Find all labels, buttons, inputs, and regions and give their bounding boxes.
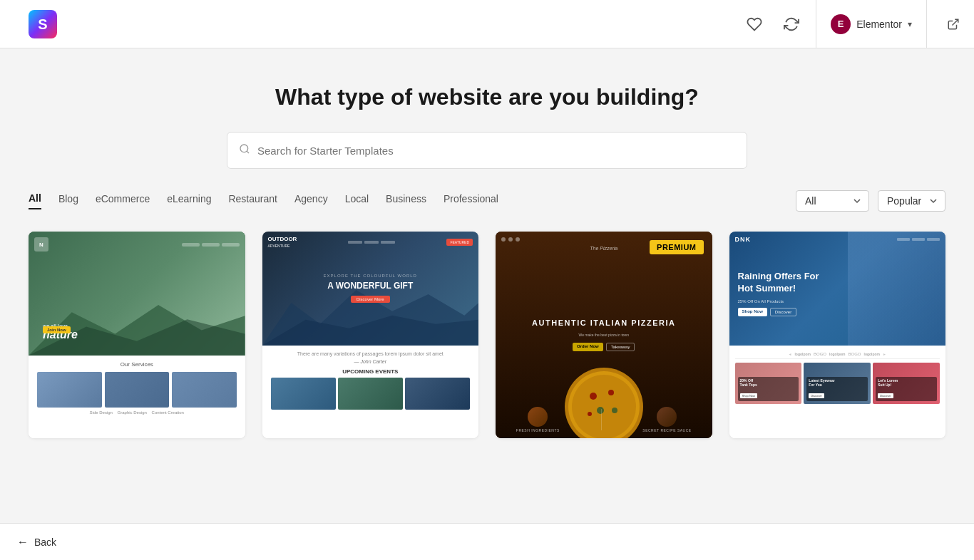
back-arrow-icon: ← bbox=[17, 536, 29, 549]
svg-line-4 bbox=[247, 151, 249, 153]
logo-icon: S bbox=[29, 10, 57, 38]
type-filter-select[interactable]: All Free Premium bbox=[796, 190, 869, 212]
filter-row: All Blog eCommerce eLearning Restaurant … bbox=[29, 190, 945, 212]
external-link-button[interactable] bbox=[947, 18, 960, 31]
svg-point-15 bbox=[608, 390, 614, 395]
tab-professional[interactable]: Professional bbox=[444, 193, 498, 209]
elementor-chevron-icon: ▾ bbox=[908, 19, 912, 29]
card-nature-bottom: Our Services Side Design Graphic Design … bbox=[29, 356, 245, 438]
refresh-button[interactable] bbox=[779, 11, 804, 37]
tab-ecommerce[interactable]: eCommerce bbox=[96, 193, 150, 209]
tab-local[interactable]: Local bbox=[345, 193, 369, 209]
back-label: Back bbox=[34, 536, 56, 548]
svg-point-3 bbox=[240, 145, 248, 152]
template-card-outdoor[interactable]: OUTDOORADVENTURE FEATURED Explore The Co… bbox=[262, 232, 479, 438]
header-actions: E Elementor ▾ bbox=[742, 0, 960, 48]
back-button[interactable]: ← Back bbox=[17, 536, 56, 549]
svg-line-2 bbox=[953, 19, 958, 25]
tab-restaurant[interactable]: Restaurant bbox=[228, 193, 277, 209]
template-card-nature[interactable]: N we all love nature bbox=[29, 232, 245, 438]
elementor-label: Elementor bbox=[856, 19, 902, 30]
template-card-dnk[interactable]: DNK Raining Offers ForHot Summer! 25% Of… bbox=[729, 232, 946, 438]
svg-text:S: S bbox=[38, 16, 47, 32]
filter-dropdowns: All Free Premium Popular Newest Oldest bbox=[796, 190, 945, 212]
search-icon bbox=[239, 143, 250, 157]
search-box bbox=[227, 132, 747, 169]
tab-business[interactable]: Business bbox=[386, 193, 426, 209]
header: S E Elementor ▾ bbox=[0, 0, 974, 48]
template-grid: N we all love nature bbox=[29, 232, 945, 438]
svg-point-14 bbox=[590, 393, 597, 400]
elementor-menu[interactable]: E Elementor ▾ bbox=[816, 0, 927, 48]
card-outdoor-preview: OUTDOORADVENTURE FEATURED Explore The Co… bbox=[262, 232, 479, 346]
search-input[interactable] bbox=[257, 145, 735, 157]
tab-blog[interactable]: Blog bbox=[58, 193, 78, 209]
tab-all[interactable]: All bbox=[29, 192, 41, 209]
favorites-button[interactable] bbox=[742, 11, 767, 37]
page-title: What type of website are you building? bbox=[29, 84, 945, 110]
tab-agency[interactable]: Agency bbox=[294, 193, 328, 209]
filter-tabs: All Blog eCommerce eLearning Restaurant … bbox=[29, 192, 796, 209]
search-wrapper bbox=[227, 132, 747, 169]
sort-filter-select[interactable]: Popular Newest Oldest bbox=[878, 190, 945, 212]
card-nature-preview: N we all love nature bbox=[29, 232, 245, 356]
card-outdoor-bottom: There are many variations of passages lo… bbox=[262, 346, 479, 439]
main-content: What type of website are you building? A… bbox=[0, 48, 974, 523]
bottom-bar: ← Back bbox=[0, 523, 974, 560]
logo-area: S bbox=[14, 10, 71, 38]
template-card-pizza[interactable]: The Pizzeria AUTHENTIC ITALIAN PIZZERIA … bbox=[496, 232, 712, 438]
card-dnk-bottom: ◄ logolpom BOGO logolpom BOGO logolpom ►… bbox=[729, 346, 946, 439]
tab-elearning[interactable]: eLearning bbox=[167, 193, 211, 209]
elementor-icon: E bbox=[831, 14, 851, 34]
card-dnk-preview: DNK Raining Offers ForHot Summer! 25% Of… bbox=[729, 232, 946, 346]
